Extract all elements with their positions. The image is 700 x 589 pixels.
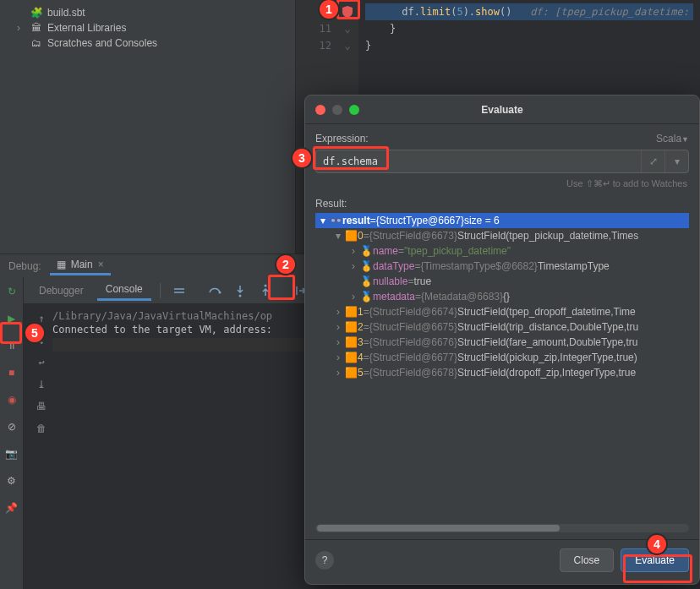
array-elem-icon: 🟧 [344, 230, 358, 242]
history-dropdown-icon[interactable]: ▾ [664, 150, 688, 172]
tree-row[interactable]: › 🥇 name = "tpep_pickup_datetime" [315, 243, 689, 259]
result-tree[interactable]: ▾ 👓 result = {StructType@6667} size = 6 … [315, 213, 689, 521]
file-label: build.sbt [47, 7, 85, 19]
dialog-title: Evaluate [305, 104, 699, 116]
project-item-build[interactable]: 🧩 build.sbt [8, 5, 287, 20]
chevron-right-icon[interactable]: › [332, 352, 344, 363]
run-config-name: Main [71, 259, 93, 270]
array-elem-icon: 🟧 [344, 321, 358, 333]
chevron-right-icon[interactable]: › [17, 22, 25, 34]
dialog-body: Expression: Scala▼ ⤢ ▾ Use ⇧⌘↵ to add to… [305, 124, 699, 539]
chevron-right-icon[interactable]: › [347, 291, 359, 303]
field-icon: 🥇 [359, 260, 373, 272]
step-over-icon[interactable] [205, 281, 225, 301]
tree-row[interactable]: › 🟧 5 = {StructField@6678} StructField(d… [315, 365, 689, 380]
library-icon: 🏛 [30, 22, 42, 34]
callout-3: 3 [293, 149, 311, 167]
scroll-to-end-icon[interactable]: ⤓ [37, 379, 46, 390]
debug-label: Debug: [8, 260, 41, 272]
line-number: 11 [301, 20, 331, 37]
chevron-right-icon[interactable]: › [347, 245, 359, 257]
sbt-file-icon: 🧩 [30, 7, 42, 19]
chevron-right-icon[interactable]: › [332, 321, 344, 333]
expand-editor-icon[interactable]: ⤢ [641, 150, 664, 172]
print-icon[interactable]: 🖶 [36, 401, 46, 412]
tree-row[interactable]: › 🥇 dataType = {TimestampType$@6682} Tim… [315, 259, 689, 274]
project-tree: 🧩 build.sbt › 🏛 External Libraries 🗂 Scr… [0, 0, 296, 254]
view-breakpoints-icon[interactable]: ◉ [4, 392, 19, 407]
mute-breakpoints-icon[interactable]: ⊘ [4, 419, 19, 434]
callout-box-1 [336, 0, 360, 19]
scrollbar-thumb[interactable] [317, 525, 560, 532]
close-tab-icon[interactable]: × [98, 259, 104, 270]
dialog-titlebar[interactable]: Evaluate [305, 95, 699, 124]
callout-4: 4 [648, 535, 666, 554]
svg-point-2 [264, 284, 266, 286]
svg-point-1 [238, 294, 241, 297]
up-stack-icon[interactable]: ↑ [38, 313, 44, 324]
tree-row[interactable]: › 🟧 2 = {StructField@6675} StructField(t… [315, 319, 689, 335]
clear-icon[interactable]: 🗑 [36, 423, 46, 434]
expression-label: Expression: [315, 133, 369, 145]
scratch-icon: 🗂 [30, 37, 42, 49]
line-number: 12 [301, 37, 331, 54]
scratch-label: Scratches and Consoles [47, 37, 157, 49]
field-icon: 🥇 [359, 291, 373, 303]
rerun-icon[interactable]: ↻ [4, 284, 19, 299]
extlib-label: External Libraries [47, 22, 126, 34]
chevron-down-icon[interactable]: ▾ [317, 215, 329, 226]
field-icon: 🥇 [359, 275, 373, 287]
tab-debugger[interactable]: Debugger [30, 281, 92, 300]
settings-icon[interactable]: ⚙ [4, 473, 19, 488]
callout-box-5 [0, 322, 22, 344]
expression-label-row: Expression: Scala▼ [315, 133, 689, 145]
tree-row[interactable]: ▾ 🟧 0 = {StructField@6673} StructField(t… [315, 228, 689, 243]
callout-box-3 [313, 146, 389, 170]
tree-row[interactable]: › 🟧 4 = {StructField@6677} StructField(p… [315, 350, 689, 365]
array-elem-icon: 🟧 [344, 352, 358, 363]
console-side-toolbar: ↑ ↓ ↩ ⤓ 🖶 🗑 [30, 309, 52, 584]
debug-run-tab[interactable]: ▦ Main × [50, 256, 111, 275]
chevron-right-icon[interactable]: › [347, 260, 359, 272]
code-line: df.limit(5).show() df: [tpep_pickup_date… [365, 3, 693, 20]
array-elem-icon: 🟧 [344, 306, 358, 318]
callout-5: 5 [25, 324, 44, 342]
soft-wrap-icon[interactable]: ↩ [38, 357, 44, 368]
code-line: } [365, 37, 693, 54]
tree-row[interactable]: › 🟧 3 = {StructField@6676} StructField(f… [315, 335, 689, 350]
callout-1: 1 [320, 0, 338, 19]
close-button[interactable]: Close [560, 548, 615, 572]
project-item-scratches[interactable]: 🗂 Scratches and Consoles [8, 35, 287, 51]
array-elem-icon: 🟧 [344, 336, 358, 348]
array-elem-icon: 🟧 [344, 367, 358, 379]
tree-row[interactable]: › 🟧 1 = {StructField@6674} StructField(t… [315, 304, 689, 319]
project-item-extlibs[interactable]: › 🏛 External Libraries [8, 20, 287, 35]
chevron-right-icon[interactable]: › [332, 336, 344, 348]
callout-2: 2 [276, 255, 295, 274]
help-button[interactable]: ? [315, 551, 334, 570]
horizontal-scrollbar[interactable] [315, 524, 689, 532]
fold-icon[interactable]: ⌄ [338, 37, 357, 54]
stop-icon[interactable]: ■ [4, 365, 19, 380]
svg-point-0 [218, 291, 221, 293]
step-into-icon[interactable] [230, 281, 250, 301]
show-execution-point-icon[interactable] [169, 281, 189, 301]
dump-threads-icon[interactable]: 📷 [4, 446, 19, 461]
language-picker[interactable]: Scala▼ [656, 133, 689, 145]
pin-icon[interactable]: 📌 [4, 500, 19, 515]
callout-box-4 [623, 554, 692, 583]
chevron-right-icon[interactable]: › [332, 306, 344, 318]
fold-icon[interactable]: ⌄ [338, 20, 357, 37]
chevron-right-icon[interactable]: › [332, 367, 344, 379]
tab-console[interactable]: Console [97, 280, 151, 301]
run-config-icon: ▦ [57, 259, 66, 270]
result-label: Result: [315, 198, 689, 210]
field-icon: 🥇 [359, 245, 373, 257]
code-line: } [365, 20, 693, 37]
chevron-down-icon[interactable]: ▾ [332, 230, 344, 242]
tree-row[interactable]: › 🥇 metadata = {Metadata@6683} {} [315, 289, 689, 304]
tree-row-root[interactable]: ▾ 👓 result = {StructType@6667} size = 6 [315, 213, 689, 228]
shortcut-hint: Use ⇧⌘↵ to add to Watches [315, 173, 689, 198]
tree-row[interactable]: 🥇 nullable = true [315, 274, 689, 289]
separator [160, 283, 161, 298]
